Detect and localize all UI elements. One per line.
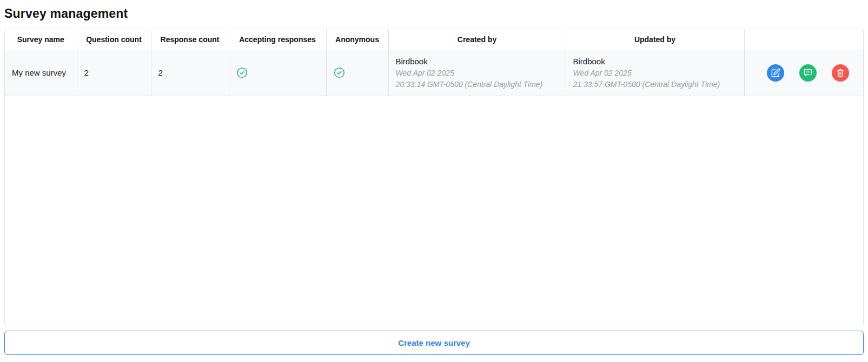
header-anonymous: Anonymous: [326, 29, 388, 50]
cell-actions: [744, 50, 863, 96]
header-response-count: Response count: [151, 29, 229, 50]
page-title: Survey management: [4, 6, 864, 21]
updated-by-time: 21:33:57 GMT-0500 (Central Daylight Time…: [573, 79, 737, 90]
cell-updated-by: Birdbook Wed Apr 02 2025 21:33:57 GMT-05…: [566, 50, 744, 96]
row-actions: [752, 64, 857, 82]
cell-question-count: 2: [77, 50, 151, 96]
edit-survey-button[interactable]: [767, 64, 784, 82]
header-survey-name: Survey name: [5, 29, 77, 50]
table-row: My new survey 2 2: [5, 50, 863, 96]
pencil-square-icon: [771, 68, 780, 78]
trash-x-icon: [836, 68, 845, 78]
cell-anonymous: [326, 50, 388, 96]
created-by-time: 20:33:14 GMT-0500 (Central Daylight Time…: [396, 79, 559, 90]
header-actions: [744, 29, 863, 50]
cell-accepting-responses: [229, 50, 326, 96]
check-circle-icon: [334, 67, 345, 78]
created-by-date: Wed Apr 02 2025: [396, 68, 559, 79]
header-question-count: Question count: [77, 29, 151, 50]
check-circle-icon: [236, 67, 248, 78]
cell-survey-name: My new survey: [5, 50, 77, 96]
header-updated-by: Updated by: [566, 29, 744, 50]
survey-table: Survey name Question count Response coun…: [5, 29, 863, 96]
cell-response-count: 2: [151, 50, 229, 96]
updated-by-date: Wed Apr 02 2025: [573, 68, 737, 79]
table-header-row: Survey name Question count Response coun…: [5, 29, 863, 50]
anonymous-status: [334, 67, 381, 78]
header-accepting-responses: Accepting responses: [229, 29, 326, 50]
created-by-name: Birdbook: [396, 56, 559, 68]
view-responses-button[interactable]: [799, 64, 817, 82]
delete-survey-button[interactable]: [832, 64, 849, 82]
updated-by-name: Birdbook: [573, 56, 737, 68]
accepting-responses-status: [236, 67, 319, 78]
cell-created-by: Birdbook Wed Apr 02 2025 20:33:14 GMT-05…: [388, 50, 566, 96]
create-new-survey-button[interactable]: Create new survey: [4, 331, 864, 355]
chat-star-icon: [803, 68, 813, 78]
header-created-by: Created by: [388, 29, 566, 50]
survey-table-container: Survey name Question count Response coun…: [4, 29, 864, 325]
